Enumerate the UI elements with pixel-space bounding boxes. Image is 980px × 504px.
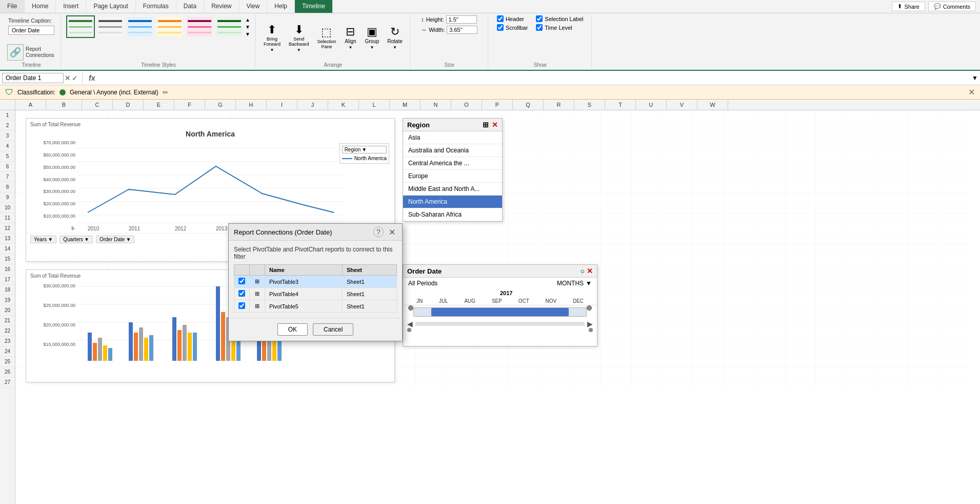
dialog-row-1[interactable]: ⊞ PivotTable3 Sheet1 (234, 276, 397, 288)
col-E[interactable]: E (144, 100, 174, 110)
timeline-track[interactable] (413, 307, 587, 317)
region-item-middle-east[interactable]: Middle East and North A... (403, 183, 502, 196)
style-item-6[interactable] (215, 15, 244, 38)
styles-scroll-down[interactable]: ▼ (245, 24, 251, 30)
bring-forward-button[interactable]: ⬆ BringForward ▼ (261, 23, 284, 53)
width-input[interactable] (447, 26, 477, 34)
row-18[interactable]: 18 (0, 285, 15, 295)
col-G[interactable]: G (205, 100, 236, 110)
style-item-3[interactable] (126, 15, 154, 38)
region-item-sub-saharan[interactable]: Sub-Saharan Africa (403, 208, 502, 221)
rotate-button[interactable]: ↻ Rotate ▼ (384, 25, 405, 51)
col-U[interactable]: U (636, 100, 667, 110)
style-item-1[interactable] (66, 15, 95, 38)
caption-input[interactable] (8, 26, 54, 35)
timeline-clear-icon[interactable]: ✕ (587, 267, 593, 275)
col-W[interactable]: W (697, 100, 728, 110)
time-level-checkbox[interactable] (536, 24, 543, 31)
col-I[interactable]: I (267, 100, 297, 110)
tab-view[interactable]: View (239, 0, 268, 13)
tab-help[interactable]: Help (267, 0, 295, 13)
col-L[interactable]: L (359, 100, 390, 110)
row-1[interactable]: 1 (0, 110, 15, 121)
col-J[interactable]: J (297, 100, 328, 110)
scrollbar-checkbox[interactable] (497, 24, 504, 31)
col-S[interactable]: S (574, 100, 605, 110)
tab-data[interactable]: Data (176, 0, 204, 13)
col-A[interactable]: A (15, 100, 46, 110)
row-16[interactable]: 16 (0, 264, 15, 275)
group-button[interactable]: ▣ Group ▼ (362, 25, 382, 51)
region-filter-clear-icon[interactable]: ✕ (492, 121, 498, 129)
row-23[interactable]: 23 (0, 336, 15, 346)
row-7[interactable]: 7 (0, 172, 15, 182)
region-item-australia[interactable]: Australia and Oceania (403, 144, 502, 157)
row-24[interactable]: 24 (0, 346, 15, 357)
region-item-asia[interactable]: Asia (403, 131, 502, 144)
styles-expand[interactable]: ▼ (245, 31, 251, 37)
formula-expand-btn[interactable]: ▼ (972, 74, 978, 82)
row-20[interactable]: 20 (0, 305, 15, 316)
timeline-next-btn[interactable]: ▶ (587, 320, 593, 328)
row-5[interactable]: 5 (0, 151, 15, 162)
col-R[interactable]: R (544, 100, 574, 110)
row-12[interactable]: 12 (0, 223, 15, 234)
timeline-bottom-right-handle[interactable] (589, 328, 593, 332)
region-filter-box[interactable]: Region ⊞ ✕ Asia Australia and Oceania Ce… (403, 118, 503, 222)
cells-area[interactable]: Sum of Total Revenue North America $70,0… (15, 110, 980, 504)
style-item-5[interactable] (185, 15, 214, 38)
classification-edit-btn[interactable]: ✏ (163, 88, 169, 96)
row-19[interactable]: 19 (0, 295, 15, 305)
region-filter-multiselect-icon[interactable]: ⊞ (483, 121, 489, 129)
col-O[interactable]: O (451, 100, 482, 110)
row3-checkbox[interactable] (238, 302, 245, 309)
tab-page-layout[interactable]: Page Layout (86, 0, 135, 13)
col-P[interactable]: P (482, 100, 513, 110)
tab-insert[interactable]: Insert (56, 0, 86, 13)
row2-checkbox[interactable] (238, 290, 245, 297)
legend-region-dropdown[interactable]: Region ▼ (342, 146, 387, 153)
row-21[interactable]: 21 (0, 316, 15, 326)
row-11[interactable]: 11 (0, 213, 15, 223)
col-B[interactable]: B (46, 100, 82, 110)
dialog-help-btn[interactable]: ? (373, 227, 384, 237)
dialog-row-3[interactable]: ⊞ PivotTable5 Sheet1 (234, 300, 397, 313)
col-C[interactable]: C (82, 100, 113, 110)
col-V[interactable]: V (667, 100, 697, 110)
years-filter[interactable]: Years ▼ (30, 236, 56, 243)
header-checkbox[interactable] (497, 15, 504, 22)
col-H[interactable]: H (236, 100, 267, 110)
col-M[interactable]: M (390, 100, 421, 110)
col-T[interactable]: T (605, 100, 636, 110)
dialog-close-btn[interactable]: ✕ (387, 227, 397, 237)
timeline-right-handle[interactable] (587, 305, 592, 311)
row-9[interactable]: 9 (0, 192, 15, 203)
style-item-4[interactable] (155, 15, 184, 38)
row-4[interactable]: 4 (0, 141, 15, 151)
share-button[interactable]: ⬆ Share (892, 2, 925, 11)
tab-file[interactable]: File (0, 0, 25, 13)
row-3[interactable]: 3 (0, 131, 15, 141)
order-date-filter[interactable]: Order Date ▼ (96, 236, 134, 243)
row-13[interactable]: 13 (0, 234, 15, 244)
dialog-cancel-btn[interactable]: Cancel (313, 323, 353, 336)
timeline-bottom-left-handle[interactable] (407, 328, 411, 332)
timeline-handle-left[interactable]: ○ (581, 267, 585, 275)
formula-cancel-btn[interactable]: ✕ (65, 74, 71, 82)
col-K[interactable]: K (328, 100, 359, 110)
timeline-selection[interactable] (431, 308, 569, 316)
region-item-europe[interactable]: Europe (403, 170, 502, 183)
tab-review[interactable]: Review (204, 0, 239, 13)
style-item-2[interactable] (96, 15, 125, 38)
row-14[interactable]: 14 (0, 244, 15, 254)
months-dropdown-arrow[interactable]: ▼ (586, 280, 592, 287)
dialog-ok-btn[interactable]: OK (277, 323, 308, 336)
classification-close-btn[interactable]: ✕ (968, 87, 975, 97)
timeline-left-handle[interactable] (408, 305, 413, 311)
col-Q[interactable]: Q (513, 100, 544, 110)
send-backward-button[interactable]: ⬇ SendBackward ▼ (286, 23, 312, 53)
row-22[interactable]: 22 (0, 326, 15, 336)
row-26[interactable]: 26 (0, 367, 15, 377)
timeline-prev-btn[interactable]: ◀ (407, 320, 413, 328)
row-17[interactable]: 17 (0, 275, 15, 285)
